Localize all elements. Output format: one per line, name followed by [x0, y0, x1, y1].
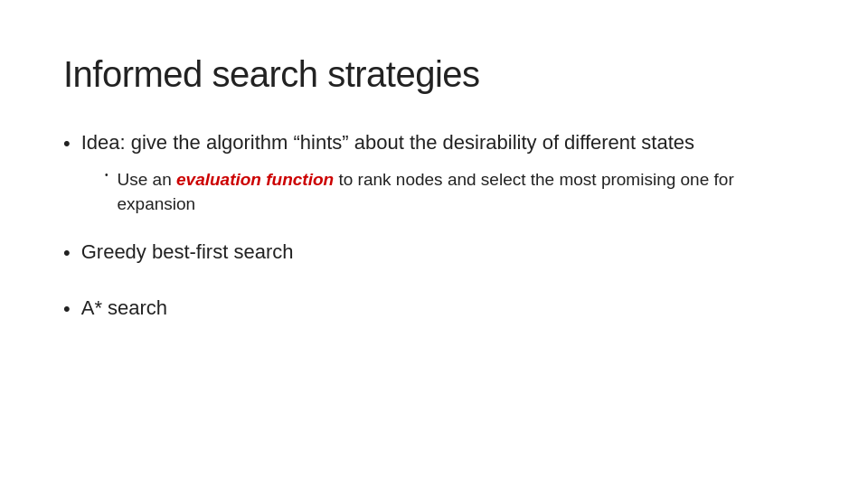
sub-bullet-dot-evaluation: • — [105, 169, 108, 183]
bullet-dot-greedy: • — [63, 239, 71, 267]
bullet-main-astar: • A* search — [63, 295, 805, 324]
bullet-dot-astar: • — [63, 296, 71, 324]
slide: Informed search strategies • Idea: give … — [0, 0, 868, 488]
bullet-text-greedy: Greedy best-first search — [81, 239, 805, 267]
slide-content: • Idea: give the algorithm “hints” about… — [63, 129, 805, 350]
slide-title: Informed search strategies — [63, 54, 805, 95]
bullet-main-greedy: • Greedy best-first search — [63, 239, 805, 267]
bullet-item-idea: • Idea: give the algorithm “hints” about… — [63, 129, 805, 217]
bullet-text-idea: Idea: give the algorithm “hints” about t… — [81, 129, 805, 157]
sub-bullet-prefix: Use an — [118, 170, 176, 189]
bullet-item-greedy: • Greedy best-first search — [63, 239, 805, 273]
bullet-dot-idea: • — [63, 130, 71, 158]
sub-bullet-text-evaluation: Use an evaluation function to rank nodes… — [118, 167, 805, 217]
evaluation-function-highlight: evaluation function — [176, 170, 334, 189]
bullet-main-idea: • Idea: give the algorithm “hints” about… — [63, 129, 805, 158]
bullet-text-astar: A* search — [81, 295, 805, 323]
sub-bullet-evaluation: • Use an evaluation function to rank nod… — [105, 167, 805, 217]
sub-bullet-list-idea: • Use an evaluation function to rank nod… — [105, 167, 805, 217]
bullet-item-astar: • A* search — [63, 295, 805, 329]
